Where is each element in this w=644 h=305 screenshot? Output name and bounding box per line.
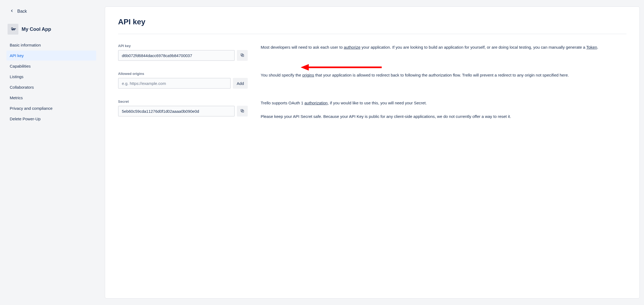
api-key-label: API key: [118, 44, 248, 48]
nav-item-delete-powerup[interactable]: Delete Power-Up: [6, 114, 96, 124]
secret-label: Secret: [118, 100, 248, 104]
copy-secret-button[interactable]: [237, 106, 248, 117]
back-button[interactable]: Back: [6, 6, 96, 16]
section-allowed-origins: Allowed origins Add You should specify t…: [118, 72, 626, 89]
key-icon: [8, 24, 18, 35]
origins-input[interactable]: [118, 78, 231, 89]
app-header: My Cool App: [6, 24, 96, 35]
api-key-help: Most developers will need to ask each us…: [261, 44, 626, 51]
sidebar: Back My Cool App Basic information API k…: [4, 6, 96, 299]
page-title: API key: [118, 18, 626, 34]
authorize-link[interactable]: authorize: [344, 45, 361, 49]
add-origin-button[interactable]: Add: [233, 78, 248, 89]
token-link[interactable]: Token: [586, 45, 597, 49]
authorization-link[interactable]: authorization: [304, 101, 328, 105]
origins-link[interactable]: origins: [302, 73, 314, 77]
copy-icon: [240, 109, 244, 114]
app-name: My Cool App: [22, 26, 51, 32]
secret-help-oauth: Trello supports OAuth 1 authorization, i…: [261, 100, 626, 107]
main-content: API key API key Most developers will nee…: [105, 6, 640, 299]
nav-item-capabilities[interactable]: Capabilities: [6, 61, 96, 71]
origins-label: Allowed origins: [118, 72, 248, 76]
arrow-annotation: [301, 63, 384, 71]
back-label: Back: [17, 9, 27, 14]
nav-item-listings[interactable]: Listings: [6, 72, 96, 82]
origins-help: You should specify the origins that your…: [261, 72, 626, 79]
nav-item-collaborators[interactable]: Collaborators: [6, 82, 96, 92]
api-key-input[interactable]: [118, 50, 235, 61]
sidebar-nav: Basic information API key Capabilities L…: [6, 40, 96, 124]
secret-input[interactable]: [118, 106, 235, 117]
copy-api-key-button[interactable]: [237, 50, 248, 61]
nav-item-api-key[interactable]: API key: [6, 51, 96, 61]
chevron-left-icon: [10, 9, 14, 14]
nav-item-basic-information[interactable]: Basic information: [6, 40, 96, 50]
nav-item-metrics[interactable]: Metrics: [6, 93, 96, 103]
svg-marker-3: [301, 64, 309, 71]
copy-icon: [240, 53, 244, 58]
section-api-key: API key Most developers will need to ask…: [118, 44, 626, 61]
nav-item-privacy-compliance[interactable]: Privacy and compliance: [6, 103, 96, 113]
section-secret: Secret Trello supports OAuth 1 authoriza…: [118, 100, 626, 120]
secret-help-safe: Please keep your API Secret safe. Becaus…: [261, 113, 626, 120]
